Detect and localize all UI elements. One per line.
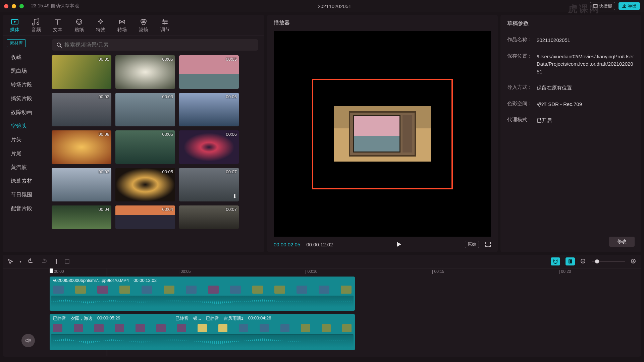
frame-thumb [97,286,108,294]
export-button[interactable]: 导出 [619,2,640,10]
category-item[interactable]: 收藏 [3,51,46,64]
clip-filename: v0200f530000bpnlsml7...pp9tof70.MP4 [53,278,129,283]
clip-thumbnail[interactable]: 00:06 [179,93,239,126]
segment-duration: 00:00:05:29 [97,315,120,321]
export-icon [622,4,627,8]
close-icon[interactable] [4,4,8,8]
clip-thumbnail[interactable]: 00:07⬇ [179,168,239,201]
tool-tab-sticker[interactable]: 贴纸 [74,18,84,33]
timeline-toolbar: ▾ [3,255,641,268]
fullscreen-icon[interactable] [485,241,491,247]
tool-tab-sparkle[interactable]: 特效 [96,18,105,33]
category-item[interactable]: 片尾 [3,147,46,161]
time-ruler[interactable]: | 00:00| 00:05| 00:10| 00:15| 00:20 [50,268,641,275]
frame-thumb [186,286,197,294]
property-label: 作品名称： [507,37,537,44]
tool-tab-filter[interactable]: 滤镜 [139,18,148,33]
titlebar: 23:15:49 自动保存本地 202110202051 虎课网 快捷键 导出 [0,0,644,12]
category-item[interactable]: 节日氛围 [3,188,46,202]
frame-thumb [119,286,130,294]
property-value: 202110202051 [537,37,635,44]
clip-thumbnail[interactable]: 00:07 [179,205,239,229]
player-viewport[interactable] [274,31,491,237]
property-value: /Users/ixuedian02/Movies/JianyingPro/Use… [537,53,635,76]
clip-duration-badge: 00:05 [226,57,237,62]
undo-button[interactable] [28,258,34,264]
selection-tool[interactable] [7,258,13,264]
clip-thumbnail[interactable]: 00:06 [179,130,239,164]
tool-tab-adjust[interactable]: 调节 [160,18,170,33]
redo-button[interactable] [40,258,47,264]
sparkle-icon [96,18,105,25]
media-panel: 媒体音频文本贴纸特效转场滤镜调节 素材库 收藏黑白场转场片段搞笑片段故障动画空镜… [3,15,264,252]
svg-rect-7 [65,259,69,263]
frame-thumb [208,286,219,294]
draft-params-panel: 草稿参数 作品名称：202110202051保存位置：/Users/ixuedi… [500,15,641,252]
player-title: 播放器 [267,15,498,31]
search-box[interactable] [52,39,258,51]
original-ratio-button[interactable]: 原始 [465,241,479,248]
tool-tab-audio[interactable]: 音频 [32,18,41,33]
frame-thumb [156,324,166,332]
clip-duration-badge: 00:07 [226,207,237,212]
autosave-status: 23:15:49 自动保存本地 [31,3,79,9]
category-item[interactable]: 空镜头 [3,119,46,133]
audio-icon [32,18,41,25]
clip-thumbnail[interactable]: 00:03 [52,168,111,201]
draft-property-row: 导入方式：保留在原有位置 [507,84,635,92]
segment-duration: 00:00:04:26 [248,315,271,321]
category-item[interactable]: 配音片段 [3,202,46,216]
category-item[interactable]: 搞笑片段 [3,92,46,106]
video-track-2[interactable]: 已静音 夕阳，海边 00:00:05:29 已静音 银... 已静音 古风雨滴1… [50,314,355,350]
library-badge[interactable]: 素材库 [7,39,26,47]
crop-frame[interactable] [312,79,453,189]
clip-thumbnail[interactable]: 00:05 [115,55,175,89]
link-toggle[interactable] [566,257,575,265]
clip-thumbnail[interactable]: 00:08 [52,130,111,164]
play-icon [396,241,402,247]
clip-thumbnail[interactable]: 00:05 [179,55,239,89]
clip-thumbnail[interactable]: 00:03 [115,93,175,126]
category-item[interactable]: 蒸汽波 [3,161,46,174]
magnet-toggle[interactable] [551,257,560,265]
clip-thumbnail[interactable]: 00:05 [115,130,175,164]
category-item[interactable]: 故障动画 [3,106,46,119]
svg-point-5 [142,21,145,25]
modify-button[interactable]: 修改 [609,237,635,247]
download-icon[interactable]: ⬇ [232,193,237,199]
frame-thumb [341,286,352,294]
frame-thumb [319,286,329,294]
tool-tab-transition[interactable]: 转场 [117,18,127,33]
category-item[interactable]: 黑白场 [3,64,46,78]
timeline-tracks[interactable]: | 00:00| 00:05| 00:10| 00:15| 00:20 ↖ v0… [50,268,641,357]
zoom-slider[interactable] [592,261,625,262]
zoom-out-button[interactable] [580,258,586,264]
crop-tool[interactable] [64,259,70,264]
clip-thumbnail[interactable]: 00:05 [52,55,111,89]
minimize-icon[interactable] [12,4,16,8]
clip-thumbnail[interactable]: 00:04 [115,205,175,229]
video-track-1[interactable]: v0200f530000bpnlsml7...pp9tof70.MP4 00:0… [50,277,355,311]
mute-toggle-button[interactable] [21,334,35,347]
tool-tab-text[interactable]: 文本 [53,18,62,33]
clip-duration-badge: 00:07 [226,169,237,174]
zoom-in-button[interactable] [631,258,637,264]
clip-thumbnail[interactable]: 00:02 [52,93,111,126]
property-label: 代理模式： [507,117,537,124]
maximize-icon[interactable] [19,4,24,8]
search-icon [56,42,62,48]
split-tool[interactable] [53,258,58,264]
segment-name: 夕阳，海边 [71,315,93,321]
selection-mode-dropdown[interactable]: ▾ [19,259,21,264]
category-item[interactable]: 片头 [3,133,46,147]
search-input[interactable] [64,42,254,48]
frame-thumb [164,286,174,294]
clip-thumbnail[interactable]: 00:05 [115,168,175,201]
play-button[interactable] [396,241,402,247]
clip-thumbnail[interactable]: 00:04 [52,205,111,229]
segment-name: 古风雨滴1 [224,315,244,321]
tool-tab-video-play[interactable]: 媒体 [10,18,19,33]
ruler-tick: | 00:20 [559,269,571,274]
category-item[interactable]: 绿幕素材 [3,174,46,188]
category-item[interactable]: 转场片段 [3,78,46,92]
